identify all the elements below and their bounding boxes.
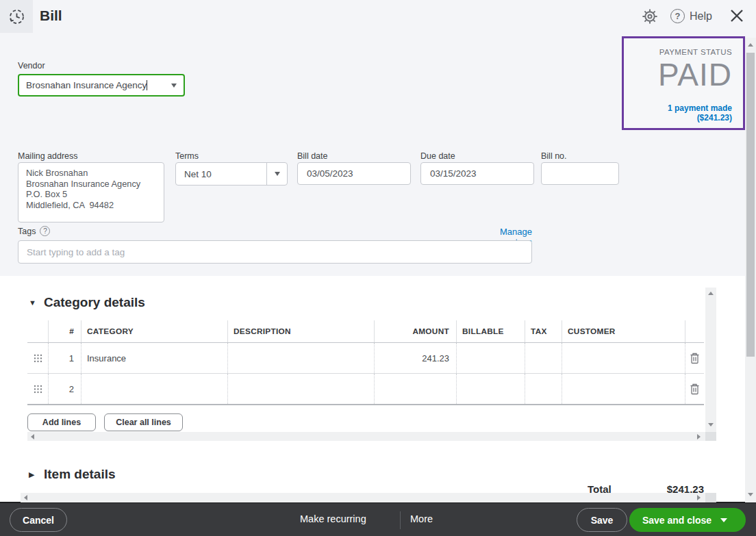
- row-number: 2: [48, 374, 81, 404]
- save-and-close-button[interactable]: Save and close: [629, 508, 746, 532]
- column-header-amount: AMOUNT: [374, 320, 456, 342]
- bill-no-label: Bill no.: [541, 151, 567, 161]
- column-header-billable: BILLABLE: [456, 320, 525, 342]
- mailing-address-field[interactable]: Nick Brosnahan Brosnahan Insurance Agenc…: [18, 162, 164, 222]
- scroll-right-icon: [697, 495, 701, 500]
- column-header-tax: TAX: [525, 320, 562, 342]
- customer-cell[interactable]: [562, 343, 685, 373]
- clear-all-lines-button[interactable]: Clear all lines: [104, 413, 183, 431]
- category-cell[interactable]: [81, 374, 227, 404]
- footer-divider: [400, 511, 401, 529]
- billable-cell[interactable]: [456, 374, 525, 404]
- delete-row-button[interactable]: [685, 343, 704, 373]
- terms-label: Terms: [175, 151, 199, 161]
- footer-bar: Cancel Make recurring More Save Save and…: [0, 502, 756, 536]
- bill-date-input[interactable]: [297, 162, 411, 185]
- chevron-down-icon: [275, 172, 280, 176]
- chevron-down-icon: [720, 518, 727, 522]
- drag-handle-icon: [34, 354, 42, 363]
- scroll-up-icon: [748, 43, 753, 47]
- column-header-category: CATEGORY: [81, 320, 227, 342]
- column-header-description: DESCRIPTION: [227, 320, 374, 342]
- table-vertical-scrollbar[interactable]: [705, 288, 716, 432]
- drag-handle-icon: [34, 385, 42, 394]
- terms-select[interactable]: Net 10: [175, 162, 288, 186]
- page-vertical-scrollbar[interactable]: [745, 38, 756, 502]
- page-title: Bill: [40, 8, 62, 24]
- recent-transactions-button[interactable]: [0, 0, 33, 33]
- due-date-label: Due date: [420, 151, 455, 161]
- gear-icon: [641, 8, 659, 25]
- trash-icon: [690, 353, 700, 364]
- scroll-down-icon: [748, 493, 753, 496]
- column-header-num: #: [48, 320, 81, 342]
- save-and-close-label: Save and close: [642, 515, 711, 526]
- bill-date-label: Bill date: [297, 151, 327, 161]
- add-lines-button[interactable]: Add lines: [27, 413, 96, 431]
- drag-handle[interactable]: [27, 374, 48, 404]
- scrollbar-corner: [705, 432, 716, 441]
- terms-value: Net 10: [176, 169, 266, 179]
- due-date-input[interactable]: [420, 162, 534, 185]
- page-horizontal-scrollbar[interactable]: [21, 493, 705, 502]
- category-details-title[interactable]: Category details: [44, 295, 145, 310]
- collapse-triangle-icon[interactable]: ▼: [29, 298, 36, 307]
- scroll-right-icon: [697, 434, 701, 439]
- scrollbar-thumb[interactable]: [746, 53, 755, 357]
- category-details-table: # CATEGORY DESCRIPTION AMOUNT BILLABLE T…: [27, 320, 704, 405]
- close-button[interactable]: [729, 8, 745, 24]
- trash-column-header: [685, 320, 704, 342]
- payment-status-box: PAYMENT STATUS PAID 1 payment made ($241…: [622, 36, 745, 130]
- tags-input[interactable]: [18, 240, 532, 264]
- bill-drawer: Bill ? Help PAYMENT STATUS PAID 1 paymen…: [0, 0, 756, 536]
- drag-column-header: [27, 320, 48, 342]
- terms-dropdown-button[interactable]: [266, 163, 287, 185]
- close-icon: [729, 8, 745, 24]
- amount-cell[interactable]: 241.23: [374, 343, 456, 373]
- scroll-up-icon: [708, 292, 714, 295]
- vendor-dropdown-button[interactable]: [164, 75, 184, 95]
- settings-button[interactable]: [641, 8, 659, 25]
- table-horizontal-scrollbar[interactable]: [27, 432, 705, 441]
- payment-status-label: PAYMENT STATUS: [635, 48, 732, 56]
- scroll-left-icon: [31, 434, 34, 439]
- customer-cell[interactable]: [562, 374, 685, 404]
- help-label: Help: [690, 10, 712, 23]
- history-clock-icon: [8, 8, 26, 26]
- drag-handle[interactable]: [27, 343, 48, 373]
- vendor-input[interactable]: Brosnahan Insurance Agency: [18, 74, 185, 97]
- scroll-left-icon: [24, 495, 27, 500]
- delete-row-button[interactable]: [685, 374, 704, 404]
- column-header-customer: CUSTOMER: [562, 320, 685, 342]
- table-row: 2: [27, 374, 704, 405]
- description-cell[interactable]: [227, 343, 374, 373]
- table-header-row: # CATEGORY DESCRIPTION AMOUNT BILLABLE T…: [27, 320, 704, 343]
- amount-cell[interactable]: [374, 374, 456, 404]
- help-button[interactable]: ? Help: [670, 9, 712, 23]
- payment-status-value: PAID: [635, 57, 732, 93]
- tags-label: Tags: [18, 227, 36, 236]
- vendor-value: Brosnahan Insurance Agency: [26, 80, 147, 90]
- mailing-address-label: Mailing address: [18, 151, 78, 161]
- help-icon: ?: [670, 9, 685, 23]
- vendor-label: Vendor: [18, 61, 45, 71]
- text-cursor: [147, 80, 147, 90]
- more-button[interactable]: More: [410, 513, 433, 524]
- save-button[interactable]: Save: [577, 508, 627, 532]
- item-details-title[interactable]: Item details: [44, 467, 116, 482]
- payments-made-link[interactable]: 1 payment made ($241.23): [635, 103, 732, 123]
- description-cell[interactable]: [227, 374, 374, 404]
- tags-help-icon[interactable]: ?: [40, 226, 50, 236]
- table-row: 1 Insurance 241.23: [27, 343, 704, 374]
- scroll-down-icon: [708, 423, 714, 426]
- expand-triangle-icon[interactable]: ▶: [29, 470, 34, 479]
- category-cell[interactable]: Insurance: [81, 343, 227, 373]
- billable-cell[interactable]: [456, 343, 525, 373]
- chevron-down-icon: [171, 84, 177, 88]
- bill-no-input[interactable]: [541, 162, 619, 185]
- trash-icon: [690, 383, 700, 395]
- tax-cell[interactable]: [525, 343, 562, 373]
- make-recurring-button[interactable]: Make recurring: [300, 513, 366, 524]
- cancel-button[interactable]: Cancel: [10, 508, 67, 532]
- tax-cell[interactable]: [525, 374, 562, 404]
